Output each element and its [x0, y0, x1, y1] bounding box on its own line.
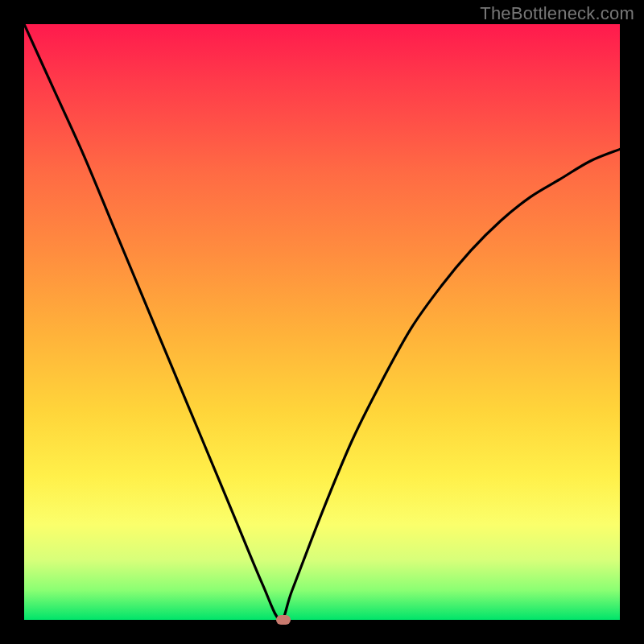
watermark-label: TheBottleneck.com	[480, 3, 634, 24]
chart-frame: TheBottleneck.com	[0, 0, 644, 644]
plot-area	[24, 24, 620, 620]
bottleneck-curve	[24, 24, 620, 620]
minimum-marker	[276, 615, 291, 625]
curve-path	[24, 24, 620, 620]
